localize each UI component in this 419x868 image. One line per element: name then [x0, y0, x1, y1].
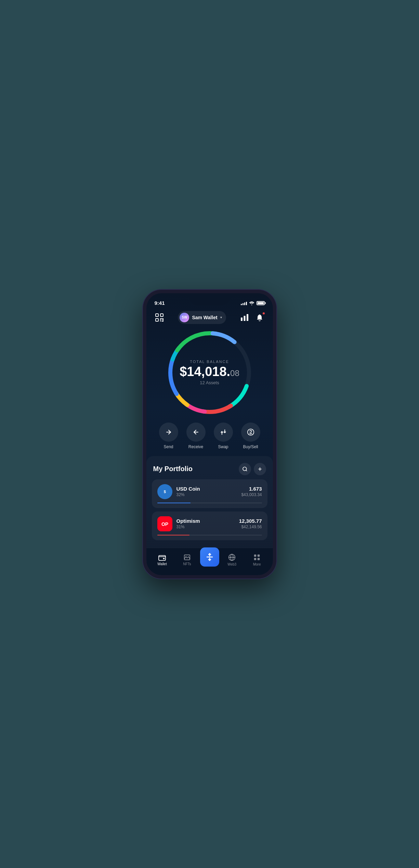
portfolio-add-button[interactable] — [254, 463, 266, 475]
send-label: Send — [163, 444, 173, 449]
signal-bar-3 — [244, 302, 245, 305]
svg-rect-11 — [241, 318, 243, 321]
nfts-nav-label: NFTs — [183, 562, 191, 566]
signal-bar-2 — [243, 303, 244, 305]
balance-amount: $14,018.08 — [180, 365, 239, 378]
usdc-info: USD Coin 32% — [176, 486, 237, 497]
send-button-circle — [159, 423, 178, 442]
nav-wallet[interactable]: Wallet — [150, 554, 175, 566]
web3-nav-label: Web3 — [227, 562, 236, 566]
account-chevron-icon: ▾ — [220, 315, 222, 319]
svg-line-27 — [246, 470, 247, 471]
buysell-icon — [247, 428, 254, 436]
receive-button-circle — [186, 423, 206, 442]
svg-text:OP: OP — [161, 521, 168, 527]
svg-rect-13 — [247, 314, 248, 321]
receive-icon — [193, 429, 199, 436]
notifications-button[interactable] — [253, 311, 266, 324]
receive-button[interactable]: Receive — [186, 423, 206, 449]
send-button[interactable]: Send — [159, 423, 178, 449]
notification-badge — [262, 312, 265, 315]
bell-icon — [256, 314, 263, 321]
op-amount: 12,305.77 — [239, 518, 262, 524]
notch — [189, 293, 230, 305]
asset-row-usdc: $ USD Coin 32% 1.673 $43,003.34 — [157, 484, 262, 499]
usdc-pct: 32% — [176, 492, 237, 497]
swap-icon — [220, 429, 227, 436]
nav-more[interactable]: More — [245, 554, 270, 566]
asset-row-op: OP Optimism 31% 12,305.77 $42,149.56 — [157, 516, 262, 531]
swap-label: Swap — [218, 444, 228, 449]
swap-button-circle — [214, 423, 233, 442]
send-icon — [165, 429, 172, 436]
signal-bar-1 — [241, 304, 242, 305]
balance-label: TOTAL BALANCE — [180, 360, 239, 364]
more-nav-label: More — [253, 562, 261, 566]
usdc-progress-bar — [157, 503, 262, 503]
portfolio-title: My Portfolio — [153, 465, 193, 473]
signal-bars-icon — [241, 301, 247, 305]
nav-nfts[interactable]: NFTs — [174, 554, 199, 566]
phone-frame: 9:41 — [143, 290, 276, 579]
wallet-nav-label: Wallet — [157, 562, 167, 566]
svg-rect-12 — [244, 316, 246, 321]
op-name: Optimism — [176, 518, 235, 524]
usdc-icon: $ — [157, 484, 172, 499]
center-action-icon — [206, 553, 214, 561]
web3-nav-icon — [228, 554, 236, 561]
nav-web3[interactable]: Web3 — [220, 554, 245, 566]
usdc-value: $43,003.34 — [241, 492, 262, 497]
svg-rect-48 — [258, 558, 260, 560]
scan-button[interactable] — [153, 311, 166, 324]
nfts-nav-icon — [183, 554, 191, 561]
account-selector[interactable]: SW Sam Wallet ▾ — [178, 311, 226, 324]
portfolio-header: My Portfolio — [146, 462, 273, 479]
nav-center[interactable] — [199, 553, 219, 567]
asset-card-usdc[interactable]: $ USD Coin 32% 1.673 $43,003.34 — [152, 479, 267, 508]
receive-label: Receive — [188, 444, 203, 449]
svg-text:$: $ — [163, 490, 166, 494]
portfolio-chart: TOTAL BALANCE $14,018.08 12 Assets — [165, 328, 254, 417]
usdc-values: 1.673 $43,003.34 — [241, 486, 262, 497]
account-name: Sam Wallet — [192, 315, 217, 320]
buysell-button[interactable]: Buy/Sell — [241, 423, 260, 449]
usdc-progress-fill — [157, 503, 191, 503]
swap-button[interactable]: Swap — [214, 423, 233, 449]
action-buttons: Send Receive — [146, 417, 273, 452]
buysell-label: Buy/Sell — [243, 444, 258, 449]
op-progress-fill — [157, 535, 190, 535]
bottom-nav: Wallet NFTs — [146, 548, 273, 575]
buysell-button-circle — [241, 423, 260, 442]
battery-fill — [258, 302, 264, 304]
svg-rect-3 — [156, 319, 158, 321]
svg-point-26 — [243, 467, 247, 471]
center-action-button[interactable] — [200, 547, 219, 567]
balance-whole: $14,018. — [180, 364, 230, 379]
status-time: 9:41 — [155, 300, 165, 306]
analytics-button[interactable] — [238, 311, 251, 324]
op-pct: 31% — [176, 524, 235, 529]
balance-cents: 08 — [230, 368, 239, 378]
status-icons — [241, 301, 265, 305]
svg-rect-47 — [254, 558, 256, 560]
add-icon — [257, 466, 263, 472]
svg-rect-1 — [156, 314, 158, 316]
portfolio-search-button[interactable] — [239, 463, 251, 475]
wallet-nav-icon — [158, 554, 166, 561]
wifi-icon — [249, 301, 254, 305]
svg-rect-35 — [163, 558, 165, 559]
svg-rect-34 — [159, 555, 166, 560]
phone-screen: 9:41 — [146, 293, 273, 575]
asset-card-op[interactable]: OP Optimism 31% 12,305.77 $42,149.56 — [152, 511, 267, 540]
svg-rect-46 — [258, 554, 260, 556]
scan-icon — [155, 313, 164, 322]
chart-center-display: TOTAL BALANCE $14,018.08 12 Assets — [180, 360, 239, 385]
battery-icon — [257, 301, 265, 305]
header-actions — [238, 311, 266, 324]
op-info: Optimism 31% — [176, 518, 235, 529]
svg-rect-45 — [254, 554, 256, 556]
more-nav-icon — [253, 554, 261, 561]
analytics-icon — [241, 314, 248, 321]
usdc-name: USD Coin — [176, 486, 237, 492]
op-value: $42,149.56 — [239, 524, 262, 529]
